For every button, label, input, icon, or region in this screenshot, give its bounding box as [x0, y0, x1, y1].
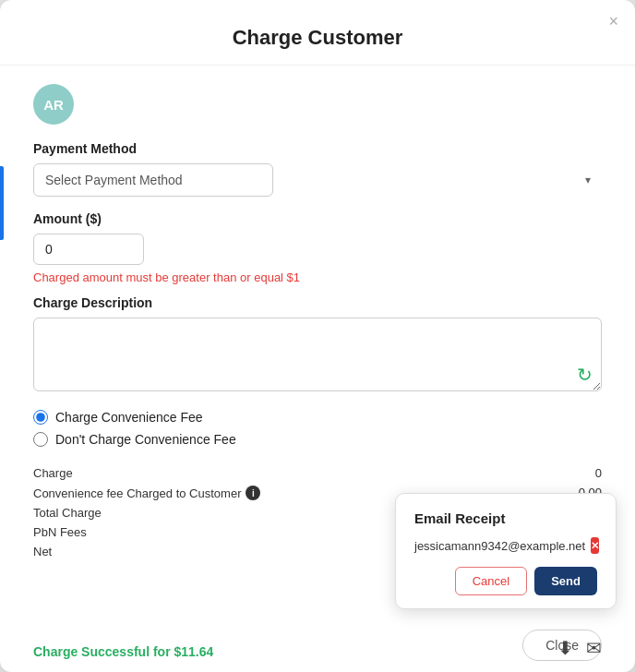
email-receipt-popup: Email Receipt jessicamann9342@example.ne…	[395, 493, 617, 609]
email-address: jessicamann9342@example.net	[414, 539, 585, 553]
convenience-fee-group: Charge Convenience Fee Don't Charge Conv…	[33, 410, 602, 447]
charge-success-text: Charge Successful for $11.64	[33, 644, 213, 659]
charge-fee-option[interactable]: Charge Convenience Fee	[33, 410, 602, 425]
email-receipt-title: Email Receipt	[414, 510, 597, 526]
payment-method-select[interactable]: Select Payment MethodCredit CardBank Tra…	[33, 163, 273, 197]
amount-error: Charged amount must be greater than or e…	[33, 270, 602, 284]
net-label: Net	[33, 545, 52, 558]
dropdown-arrow-icon: ▾	[585, 174, 591, 186]
charge-description-textarea[interactable]	[33, 318, 602, 391]
email-row: jessicamann9342@example.net ✕	[414, 537, 597, 554]
no-charge-fee-radio[interactable]	[33, 432, 48, 447]
modal-footer: Close Charge Successful for $11.64 ⬇ ✉	[0, 618, 635, 672]
download-icon[interactable]: ⬇	[557, 637, 573, 659]
charge-row-value: 0	[595, 466, 602, 480]
modal-title: Charge Customer	[0, 0, 635, 66]
refresh-icon[interactable]: ↻	[577, 364, 593, 386]
payment-method-label: Payment Method	[33, 141, 602, 156]
info-icon[interactable]: i	[246, 486, 260, 500]
amount-label: Amount ($)	[33, 211, 602, 226]
avatar: AR	[33, 84, 74, 125]
no-charge-fee-label: Don't Charge Convenience Fee	[55, 432, 236, 447]
remove-email-button[interactable]: ✕	[591, 537, 599, 554]
charge-row-label: Charge	[33, 466, 73, 480]
modal-container: × Charge Customer AR Payment Method Sele…	[0, 0, 635, 672]
modal-close-button[interactable]: ×	[608, 13, 618, 30]
no-charge-fee-option[interactable]: Don't Charge Convenience Fee	[33, 432, 602, 447]
email-icon[interactable]: ✉	[586, 637, 602, 659]
pbn-fees-label: PbN Fees	[33, 525, 87, 539]
summary-row-charge: Charge 0	[33, 463, 602, 483]
send-email-button[interactable]: Send	[534, 567, 597, 595]
left-accent-bar	[0, 166, 4, 240]
bottom-icons: ⬇ ✉	[557, 637, 602, 659]
popup-actions: Cancel Send	[414, 567, 597, 595]
charge-description-wrapper: ↻	[33, 318, 602, 395]
cancel-email-button[interactable]: Cancel	[455, 567, 527, 595]
charge-fee-label: Charge Convenience Fee	[55, 410, 203, 425]
payment-method-select-wrapper: Select Payment MethodCredit CardBank Tra…	[33, 163, 602, 197]
total-charge-label: Total Charge	[33, 506, 102, 520]
amount-input[interactable]	[33, 234, 144, 265]
charge-description-label: Charge Description	[33, 295, 602, 310]
charge-fee-radio[interactable]	[33, 410, 48, 425]
conv-fee-row-label: Convenience fee Charged to Customer i	[33, 486, 260, 500]
